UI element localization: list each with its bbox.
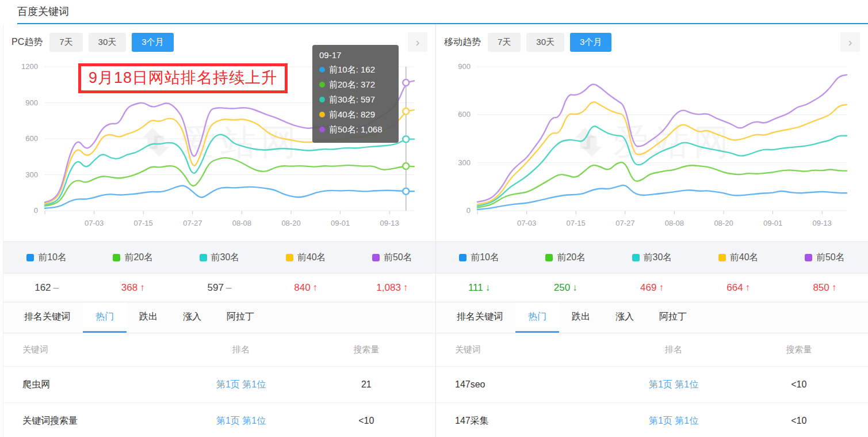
column-header-keyword: 关键词 [3,344,185,355]
tooltip-row-text: 前40名: 829 [329,107,375,122]
rank-link[interactable]: 第1页 第1位 [649,379,698,389]
tab-hot[interactable]: 热门 [515,302,559,333]
legend-item-top40[interactable]: 前40名 [695,252,782,264]
summary-value: 162– [3,282,90,294]
legend-item-top50[interactable]: 前50名 [782,252,868,264]
legend-swatch-icon [632,254,640,261]
tab-ranking-keywords[interactable]: 排名关键词 [444,302,515,333]
legend-item-top10[interactable]: 前10名 [3,252,90,264]
legend-swatch-icon [286,254,293,261]
pc-table-header: 关键词 排名 搜索量 [3,333,435,367]
tab-aladdin[interactable]: 阿拉丁 [214,302,267,333]
legend-label: 前20名 [124,252,153,264]
legend-item-top10[interactable]: 前10名 [436,252,522,264]
svg-text:600: 600 [25,134,38,143]
mobile-range-7d-button[interactable]: 7天 [488,33,521,52]
table-row: 爬虫网 第1页 第1位 21 [3,367,435,403]
keyword-cell: 关键词搜索量 [3,415,185,427]
legend-item-top30[interactable]: 前30名 [609,252,695,264]
pc-range-7d-button[interactable]: 7天 [49,33,82,52]
keyword-cell: 147seo [436,379,617,390]
summary-value: 111↓ [436,282,522,294]
trend-arrow-icon: ↑ [313,282,318,293]
tab-hot[interactable]: 热门 [83,302,127,333]
svg-text:300: 300 [25,170,38,179]
tooltip-row-text: 前10名: 162 [329,62,375,77]
svg-text:900: 900 [458,62,471,71]
mobile-range-3m-button[interactable]: 3个月 [570,33,611,52]
summary-value: 840↑ [263,282,349,294]
chart-tooltip: 09-17 前10名: 162 前20名: 372 前30名: 597 前40名… [312,45,399,143]
keyword-cell: 147采集 [436,415,617,427]
mobile-range-30d-button[interactable]: 30天 [526,33,564,52]
legend-swatch-icon [459,254,466,261]
rank-link[interactable]: 第1页 第1位 [216,416,266,425]
legend-label: 前20名 [557,252,586,264]
trend-arrow-icon: ↑ [140,282,145,293]
tab-risen[interactable]: 涨入 [170,302,214,333]
volume-cell: <10 [730,416,868,426]
pc-range-30d-button[interactable]: 30天 [89,33,127,52]
svg-text:08-20: 08-20 [714,219,733,227]
mobile-legend-row: 前10名 前20名 前30名 前40名 前50名 [436,241,868,273]
svg-text:07-27: 07-27 [615,219,634,227]
svg-text:07-27: 07-27 [183,219,202,227]
tab-risen[interactable]: 涨入 [603,302,647,333]
tooltip-row-text: 前20名: 372 [329,77,375,92]
legend-swatch-icon [545,254,553,261]
rank-link[interactable]: 第1页 第1位 [216,379,266,389]
trend-arrow-icon: ↓ [485,282,491,293]
legend-swatch-icon [200,254,207,261]
series-dot-icon [319,127,325,132]
tab-dropped[interactable]: 跌出 [559,302,603,333]
pc-panel-title: PC趋势 [12,36,43,48]
volume-cell: <10 [297,416,435,426]
legend-label: 前10名 [38,252,67,264]
page-header: 百度关键词 [0,0,868,23]
svg-text:09-13: 09-13 [380,219,399,227]
legend-item-top30[interactable]: 前30名 [176,252,262,264]
mobile-panel-title: 移动趋势 [444,36,481,48]
svg-text:07-03: 07-03 [85,219,104,227]
mobile-tabs-row: 排名关键词 热门 跌出 涨入 阿拉丁 [436,302,868,333]
tab-ranking-keywords[interactable]: 排名关键词 [12,302,83,333]
tab-aladdin[interactable]: 阿拉丁 [647,302,699,333]
rank-link[interactable]: 第1页 第1位 [649,416,698,425]
column-header-volume: 搜索量 [297,344,435,355]
trend-arrow-icon: ↓ [572,282,578,293]
pc-chart-area[interactable]: 爱站网 0300600900120007-0307-1507-2708-0808… [12,54,427,241]
svg-text:0: 0 [466,206,471,215]
svg-text:300: 300 [458,158,471,167]
svg-text:08-08: 08-08 [665,219,684,227]
chevron-right-icon[interactable]: › [840,32,860,52]
legend-label: 前40名 [297,252,326,264]
legend-item-top20[interactable]: 前20名 [522,252,609,264]
legend-item-top20[interactable]: 前20名 [90,252,176,264]
legend-swatch-icon [805,254,812,261]
svg-text:07-03: 07-03 [517,219,536,227]
legend-swatch-icon [372,254,380,261]
mobile-chart-area[interactable]: 爱站网 030060090007-0307-1507-2708-0808-200… [444,54,860,241]
legend-item-top40[interactable]: 前40名 [263,252,349,264]
pc-legend-row: 前10名 前20名 前30名 前40名 前50名 [3,241,435,273]
trend-arrow-icon: – [53,282,59,293]
tab-dropped[interactable]: 跌出 [127,302,170,333]
mobile-trend-panel: 移动趋势 7天 30天 3个月 › 爱站网 030060090007-0307-… [435,24,868,437]
chevron-right-icon[interactable]: › [408,32,427,52]
svg-text:1200: 1200 [21,62,38,71]
svg-text:09-13: 09-13 [813,219,832,227]
tooltip-row: 前10名: 162 [319,62,392,77]
pc-range-3m-button[interactable]: 3个月 [132,33,173,52]
tooltip-row: 前40名: 829 [319,107,392,122]
svg-text:09-01: 09-01 [763,219,782,227]
panels-container: PC趋势 7天 30天 3个月 › 爱站网 0300600900120007-0… [3,24,868,437]
summary-value: 250↓ [522,282,609,294]
mobile-table-header: 关键词 排名 搜索量 [436,333,868,367]
trend-arrow-icon: – [226,282,231,293]
legend-item-top50[interactable]: 前50名 [349,252,435,264]
summary-value: 368↑ [90,282,176,294]
page-title: 百度关键词 [17,5,69,18]
svg-text:600: 600 [458,110,471,119]
legend-label: 前50名 [816,252,845,264]
legend-label: 前30名 [211,252,240,264]
